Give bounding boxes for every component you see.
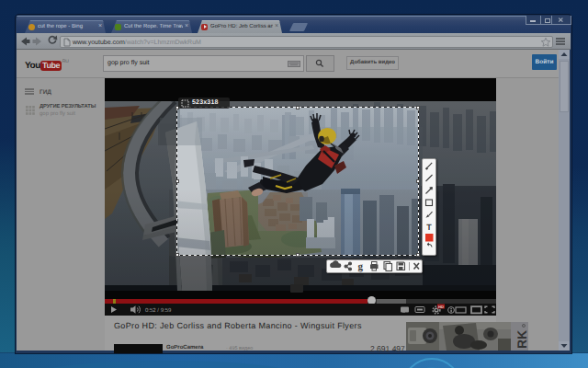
svg-text:RK: RK: [514, 330, 528, 349]
svg-text:HD: HD: [438, 305, 444, 309]
svg-text:T: T: [426, 223, 432, 232]
svg-text:0:52 / 9:59: 0:52 / 9:59: [145, 307, 172, 314]
svg-text:g: g: [358, 261, 364, 272]
